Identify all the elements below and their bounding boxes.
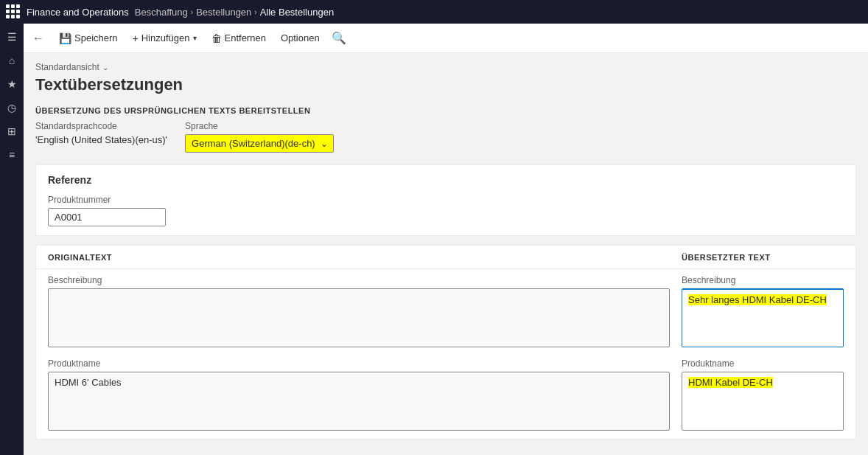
uebersetzter-col-header: ÜBERSETZTER TEXT [682,251,844,263]
search-icon[interactable]: 🔍 [332,31,346,45]
beschreibung-translated-group: Beschreibung Sehr langes HDMI Kabel DE-C… [682,275,844,350]
beschreibung-original-label: Beschreibung [48,275,670,285]
toolbar: ← 💾 Speichern + Hinzufügen ▾ 🗑 Entfernen… [24,24,868,53]
add-chevron-icon: ▾ [193,34,197,42]
options-label: Optionen [281,32,320,44]
referenz-card: Referenz Produktnummer [35,164,856,236]
produktname-translated-label: Produktname [682,358,844,369]
app-grid-icon[interactable] [6,4,21,19]
produktname-original-textarea[interactable]: HDMI 6' Cables [48,372,670,431]
home-icon[interactable]: ⌂ [1,50,22,71]
produktnummer-group: Produktnummer [48,195,844,226]
standard-lang-label: Standardsprachcode [35,121,167,131]
produktname-translated-group: Produktname HDMI Kabel DE-CH [682,358,844,433]
produktname-row: Produktname HDMI 6' Cables Produktname H… [48,358,844,433]
remove-icon: 🗑 [211,32,222,44]
translation-body: Beschreibung Beschreibung Sehr langes HD… [36,269,855,439]
breadcrumb-item-3[interactable]: Alle Bestellungen [260,7,334,18]
produktname-translated-text: HDMI Kabel DE-CH [688,377,773,388]
add-icon: + [133,32,139,44]
language-row: Standardsprachcode 'English (United Stat… [35,121,856,153]
produktnummer-label: Produktnummer [48,195,844,205]
beschreibung-original-group: Beschreibung [48,275,670,350]
beschreibung-original-textarea[interactable] [48,288,670,347]
options-button[interactable]: Optionen [275,29,326,46]
sprache-select[interactable]: German (Switzerland)(de-ch) [185,134,334,153]
breadcrumb-item-2[interactable]: Bestellungen [196,7,251,18]
produktname-original-label: Produktname [48,358,670,369]
main-content: ← 💾 Speichern + Hinzufügen ▾ 🗑 Entfernen… [24,24,868,455]
add-label: Hinzufügen [141,32,190,44]
app-title: Finance and Operations [27,7,129,18]
beschreibung-translated-area[interactable]: Sehr langes HDMI Kabel DE-CH [682,288,844,347]
uebersetzter-header-label: ÜBERSETZTER TEXT [682,253,770,262]
beschreibung-row: Beschreibung Beschreibung Sehr langes HD… [48,275,844,350]
view-label-row: Standardansicht ⌄ [35,62,856,72]
sidebar: ☰ ⌂ ★ ◷ ⊞ ≡ [0,24,24,455]
sprache-select-wrapper: German (Switzerland)(de-ch) [185,134,334,153]
breadcrumb-item-1[interactable]: Beschaffung [135,7,188,18]
grid-icon[interactable]: ⊞ [1,121,22,142]
page-title: Textübersetzungen [35,75,856,94]
save-button[interactable]: 💾 Speichern [53,29,124,47]
standard-lang-group: Standardsprachcode 'English (United Stat… [35,121,167,145]
breadcrumb: Beschaffung › Bestellungen › Alle Bestel… [135,7,334,18]
clock-icon[interactable]: ◷ [1,97,22,118]
beschreibung-translated-text: Sehr langes HDMI Kabel DE-CH [688,294,827,305]
remove-button[interactable]: 🗑 Entfernen [206,29,272,47]
add-button[interactable]: + Hinzufügen ▾ [127,29,203,47]
translation-header-row: ORIGINALTEXT ÜBERSETZTER TEXT [36,246,855,269]
remove-label: Entfernen [225,32,266,44]
sprache-label: Sprache [185,121,334,131]
star-icon[interactable]: ★ [1,74,22,94]
produktname-original-group: Produktname HDMI 6' Cables [48,358,670,433]
page-content: Standardansicht ⌄ Textübersetzungen ÜBER… [24,53,868,448]
main-layout: ☰ ⌂ ★ ◷ ⊞ ≡ ← 💾 Speichern + Hinzufügen ▾… [0,24,868,455]
list-icon[interactable]: ≡ [1,145,22,165]
save-icon: 💾 [59,32,71,44]
originaltext-header-label: ORIGINALTEXT [48,253,112,262]
back-button[interactable]: ← [32,32,44,45]
section-label: ÜBERSETZUNG DES URSPRÜNGLICHEN TEXTS BER… [35,106,856,115]
uebersetzung-card: ORIGINALTEXT ÜBERSETZTER TEXT Beschreibu… [35,245,856,440]
referenz-card-title: Referenz [48,174,844,186]
view-chevron-icon: ⌄ [102,63,108,72]
top-bar: Finance and Operations Beschaffung › Bes… [0,0,868,24]
hamburger-icon[interactable]: ☰ [1,27,22,47]
produktname-translated-area[interactable]: HDMI Kabel DE-CH [682,372,844,431]
produktnummer-input[interactable] [48,208,166,226]
view-label-text: Standardansicht [35,62,99,72]
breadcrumb-sep-2: › [254,8,256,16]
sprache-group: Sprache German (Switzerland)(de-ch) [185,121,334,153]
save-label: Speichern [74,32,118,44]
standard-lang-value: 'English (United States)(en-us)' [35,134,167,145]
breadcrumb-sep-1: › [191,8,193,16]
originaltext-col-header: ORIGINALTEXT [48,251,682,263]
beschreibung-translated-label: Beschreibung [682,275,844,285]
